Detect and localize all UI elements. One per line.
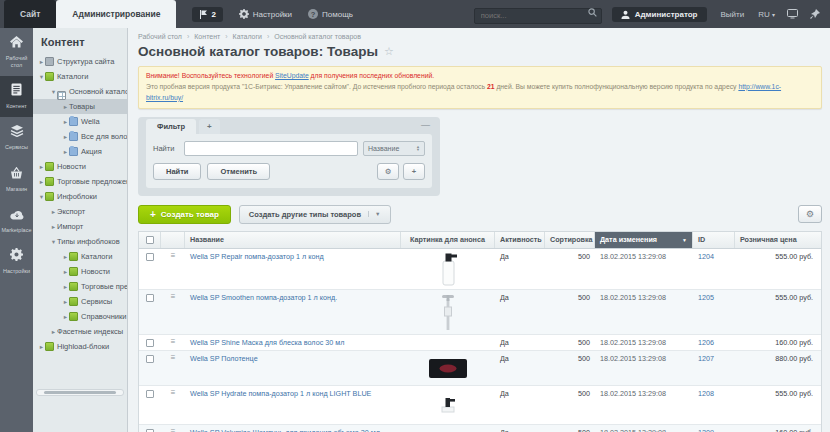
row-menu-icon[interactable]: ≡ [161,386,185,400]
expand-arrow-icon[interactable]: ► [62,134,69,140]
tree-item[interactable]: ► Все для волос [33,129,127,144]
tree-horizontal-scrollbar[interactable] [36,389,124,396]
row-menu-icon[interactable]: ≡ [161,290,185,304]
tree-item[interactable]: ► Wella [33,114,127,129]
search-input[interactable] [474,8,602,24]
expand-arrow-icon[interactable]: ► [50,224,57,230]
expand-arrow-icon[interactable]: ► [62,284,69,290]
expand-arrow-icon[interactable]: ► [38,59,45,65]
settings-button[interactable]: Настройки [239,9,292,19]
expand-arrow-icon[interactable]: ► [50,329,57,335]
expand-arrow-icon[interactable]: ► [62,104,69,110]
row-menu-icon[interactable]: ≡ [161,425,185,432]
product-name-link[interactable]: Wella SP Полотенце [185,351,401,366]
find-input[interactable] [184,141,358,156]
sidebar-item-document[interactable]: Контент [0,76,33,117]
filter-minimize-button[interactable]: — [421,120,430,130]
product-id-link[interactable]: 1205 [693,290,735,305]
filter-tab[interactable]: Фильтр [146,119,196,134]
expand-arrow-icon[interactable]: ► [62,149,69,155]
tree-item[interactable]: ► Структура сайта [33,54,127,69]
filter-settings-button[interactable]: ⚙ [377,163,399,180]
tree-item[interactable]: ► Каталоги [33,249,127,264]
field-select[interactable]: Название ▲▼ [363,141,425,156]
tree-item[interactable]: ► Сервисы [33,294,127,309]
column-header-image[interactable]: Картинка для анонса [401,232,495,248]
expand-arrow-icon[interactable]: ▼ [50,89,57,95]
add-filter-tab-button[interactable]: + [199,119,220,134]
siteupdate-link[interactable]: SiteUpdate [275,72,309,79]
expand-arrow-icon[interactable]: ► [62,314,69,320]
expand-arrow-icon[interactable]: ► [62,299,69,305]
logout-link[interactable]: Выйти [721,10,745,19]
breadcrumb-item[interactable]: Рабочий стол [138,33,182,40]
row-menu-icon[interactable]: ≡ [161,335,185,349]
help-button[interactable]: ? Помощь [308,9,353,19]
cancel-button[interactable]: Отменить [207,163,270,180]
expand-arrow-icon[interactable]: ► [62,269,69,275]
tree-item[interactable]: ► Справочники [33,309,127,324]
tree-item[interactable]: ► Новости [33,264,127,279]
expand-arrow-icon[interactable]: ▼ [38,74,45,80]
tab-administration[interactable]: Администрирование [56,0,176,28]
row-checkbox[interactable] [146,253,154,261]
expand-arrow-icon[interactable]: ► [50,209,57,215]
product-name-link[interactable]: Wella SP Hydrate помпа-дозатор 1 л конд … [185,386,401,401]
tree-item[interactable]: ► Акция [33,144,127,159]
filter-add-button[interactable]: + [403,163,425,180]
tree-item[interactable]: ► Новости [33,159,127,174]
pin-panel-button[interactable] [810,9,820,19]
sidebar-item-gear[interactable]: Настройки [0,241,33,282]
tree-item[interactable]: ▼ Основной каталог това [33,84,127,99]
find-button[interactable]: Найти [153,163,201,180]
sidebar-item-cloud[interactable]: Marketplace [0,200,33,241]
product-id-link[interactable]: 1204 [693,249,735,264]
product-name-link[interactable]: Wella SP Volumize Шампунь для придания о… [185,425,401,432]
row-checkbox[interactable] [146,339,154,347]
column-header-id[interactable]: ID [693,232,735,248]
create-other-types-button[interactable]: Создать другие типы товаров ▼ [239,205,391,224]
breadcrumb-item[interactable]: Контент [194,33,220,40]
product-id-link[interactable]: 1206 [693,335,735,350]
row-menu-icon[interactable]: ≡ [161,351,185,365]
select-all-checkbox[interactable] [146,236,154,244]
product-name-link[interactable]: Wella SP Repair помпа-дозатор 1 л конд [185,249,401,264]
desktop-mode-button[interactable] [787,9,798,19]
tab-site[interactable]: Сайт [4,0,56,28]
row-checkbox[interactable] [146,294,154,302]
expand-arrow-icon[interactable]: ▼ [50,239,57,245]
tree-item[interactable]: ► Highload-блоки [33,339,127,354]
sidebar-item-home[interactable]: Рабочий стол [0,28,33,76]
tree-item[interactable]: ► Экспорт [33,204,127,219]
column-header-modified-sorted[interactable]: Дата изменения▼ [595,232,693,248]
product-id-link[interactable]: 1209 [693,425,735,432]
breadcrumb-item[interactable]: Каталоги [233,33,262,40]
tree-item[interactable]: ▼ Каталоги [33,69,127,84]
expand-arrow-icon[interactable]: ► [38,164,45,170]
user-menu-button[interactable]: Администратор [612,7,707,22]
product-name-link[interactable]: Wella SP Shine Маска для блеска волос 30… [185,335,401,350]
tree-item[interactable]: ▼ Типы инфоблоков [33,234,127,249]
expand-arrow-icon[interactable]: ► [62,119,69,125]
column-header-price[interactable]: Розничная цена [735,232,821,248]
row-checkbox[interactable] [146,355,154,363]
product-id-link[interactable]: 1208 [693,386,735,401]
column-header-sort[interactable]: Сортировка [545,232,595,248]
row-checkbox[interactable] [146,429,154,432]
tree-item[interactable]: ► Торговые предложе [33,279,127,294]
language-dropdown[interactable]: RU ▾ [758,10,775,19]
table-settings-button[interactable]: ⚙ [798,205,822,223]
expand-arrow-icon[interactable]: ► [62,254,69,260]
scrollbar-thumb[interactable] [44,391,116,394]
row-menu-icon[interactable]: ≡ [161,249,185,263]
sidebar-item-basket[interactable]: Магазин [0,159,33,200]
create-product-button[interactable]: + Создать товар [138,205,231,224]
notifications-button[interactable]: 2 [192,7,222,22]
tree-item[interactable]: ► Фасетные индексы [33,324,127,339]
expand-arrow-icon[interactable]: ► [38,179,45,185]
column-header-name[interactable]: Название [185,232,401,248]
expand-arrow-icon[interactable]: ► [38,344,45,350]
column-header-active[interactable]: Активность [495,232,545,248]
tree-item[interactable]: ► Товары [33,99,127,114]
tree-item[interactable]: ► Торговые предложения [33,174,127,189]
